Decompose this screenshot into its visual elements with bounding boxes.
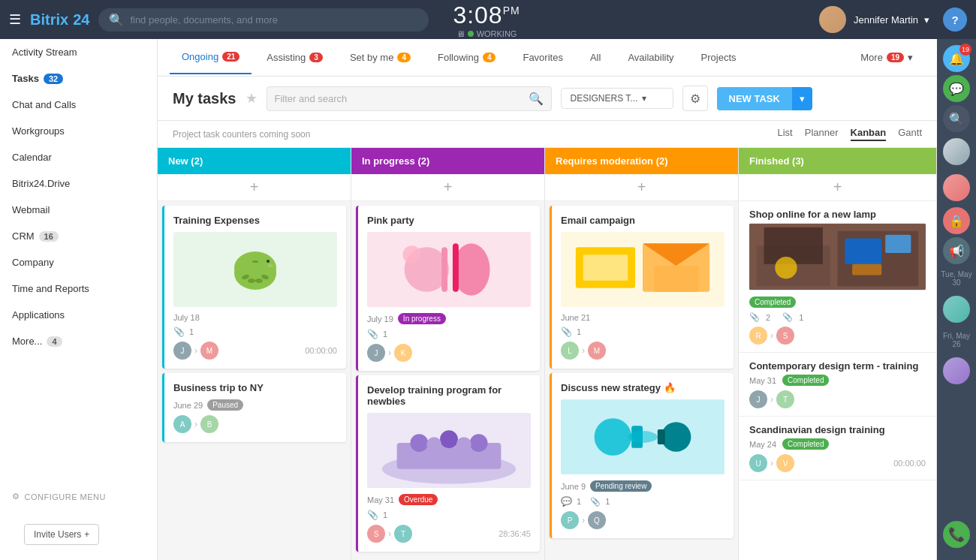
sidebar-item-label: Tasks — [12, 73, 39, 84]
tab-more[interactable]: More 19 ▾ — [848, 41, 925, 74]
avatar: M — [588, 342, 606, 360]
chevron-icon: › — [582, 345, 585, 356]
sidebar: Activity Stream Tasks 32 Chat and Calls … — [0, 39, 158, 560]
sidebar-item-label: Time and Reports — [12, 283, 89, 294]
sidebar-item-company[interactable]: Company — [0, 249, 157, 275]
sidebar-item-activity[interactable]: Activity Stream — [0, 39, 157, 65]
card-email-campaign[interactable]: Email campaign — [550, 206, 734, 369]
sidebar-item-applications[interactable]: Applications — [0, 302, 157, 328]
sidebar-item-webmail[interactable]: Webmail — [0, 197, 157, 223]
filter-input[interactable] — [275, 93, 524, 104]
global-search[interactable]: 🔍 — [98, 8, 429, 32]
new-task-button[interactable]: NEW TASK — [717, 87, 792, 110]
search-icon[interactable]: 🔍 — [943, 105, 970, 132]
tab-assisting[interactable]: Assisting 3 — [255, 41, 335, 74]
user-avatar-4[interactable] — [943, 357, 970, 384]
gantt-view[interactable]: Gantt — [898, 127, 922, 141]
chevron-icon: › — [194, 419, 197, 429]
time-display: 3:08PM — [453, 2, 520, 29]
card-date: May 31 Overdue — [367, 494, 531, 505]
kanban-view[interactable]: Kanban — [851, 127, 887, 141]
call-button[interactable]: 📞 — [943, 521, 970, 548]
card-title: Pink party — [367, 215, 531, 226]
notifications-button[interactable]: 🔔 19 — [943, 45, 970, 72]
chevron-icon: › — [194, 345, 197, 356]
tab-favorites[interactable]: Favorites — [511, 41, 574, 74]
tab-setbyme[interactable]: Set by me 4 — [338, 41, 423, 74]
svg-point-2 — [261, 257, 273, 269]
card-meta: May 31 Completed — [749, 375, 926, 386]
sidebar-item-calendar[interactable]: Calendar — [0, 144, 157, 170]
main-layout: Activity Stream Tasks 32 Chat and Calls … — [0, 39, 976, 560]
add-card-moderation[interactable]: + — [545, 174, 738, 201]
chat-button[interactable]: 💬 — [943, 75, 970, 102]
column-new: New (2) + Training Expenses — [158, 148, 351, 560]
svg-point-36 — [628, 431, 658, 443]
card-develop-training[interactable]: Develop training program for newbies — [356, 375, 540, 552]
status-badge: Completed — [782, 375, 829, 386]
search-input[interactable] — [130, 14, 418, 26]
card-contemporary-design[interactable]: Contemporary design term - training May … — [739, 353, 936, 417]
card-pink-party[interactable]: Pink party July — [356, 206, 540, 371]
settings-button[interactable]: ⚙ — [682, 86, 708, 111]
card-discuss-strategy[interactable]: Discuss new strategy 🔥 — [550, 373, 734, 538]
tab-ongoing[interactable]: Ongoing 21 — [170, 41, 252, 74]
svg-rect-35 — [658, 429, 665, 444]
configure-label: Configure Menu — [25, 492, 106, 501]
card-image — [367, 232, 531, 307]
card-time: 00:00:00 — [305, 346, 337, 355]
invite-users-button[interactable]: Invite Users + — [24, 524, 99, 545]
column-header-inprogress: In progress (2) — [351, 148, 544, 174]
add-card-new[interactable]: + — [158, 174, 351, 201]
avatar: U — [749, 454, 767, 472]
chevron-down-icon: ▾ — [924, 14, 929, 26]
user-avatar-3[interactable] — [943, 296, 970, 323]
chevron-icon: › — [770, 394, 773, 405]
column-inprogress: In progress (2) + Pink party — [351, 148, 545, 560]
planner-view[interactable]: Planner — [805, 127, 839, 141]
sidebar-item-chat[interactable]: Chat and Calls — [0, 92, 157, 118]
user-avatar-2[interactable] — [943, 174, 970, 201]
clock: 3:08PM 🖥 WORKING — [453, 2, 520, 38]
card-scandinavian-design[interactable]: Scandinavian design training May 24 Comp… — [739, 417, 936, 480]
sidebar-item-tasks[interactable]: Tasks 32 — [0, 65, 157, 92]
add-card-inprogress[interactable]: + — [351, 174, 544, 201]
user-avatar-1[interactable] — [943, 138, 970, 165]
card-shop-lamp[interactable]: Shop online for a new lamp — [739, 201, 936, 353]
help-button[interactable]: ? — [943, 8, 967, 32]
setbyme-badge: 4 — [397, 53, 411, 62]
avatar: M — [200, 342, 218, 360]
tab-all[interactable]: All — [578, 41, 613, 74]
card-date: July 18 — [173, 313, 337, 322]
tab-projects[interactable]: Projects — [689, 41, 749, 74]
card-business-trip[interactable]: Business trip to NY June 29 Paused A › B — [162, 373, 346, 442]
card-meta: 📎1 — [561, 327, 724, 337]
favorite-star-icon[interactable]: ★ — [246, 90, 258, 107]
message-icon[interactable]: 📢 — [943, 237, 970, 264]
hamburger-icon[interactable]: ☰ — [9, 11, 21, 28]
tab-following[interactable]: Following 4 — [426, 41, 508, 74]
sidebar-item-more[interactable]: More... 4 — [0, 328, 157, 354]
configure-menu[interactable]: ⚙ Configure Menu — [0, 484, 157, 509]
card-training-expenses[interactable]: Training Expenses — [162, 206, 346, 369]
chevron-down-icon: ▾ — [908, 52, 913, 63]
tab-availability[interactable]: Availability — [616, 41, 685, 74]
chevron-icon: › — [388, 348, 391, 358]
new-task-dropdown-button[interactable]: ▾ — [792, 87, 812, 110]
sidebar-item-time[interactable]: Time and Reports — [0, 275, 157, 302]
avatar: K — [394, 344, 412, 362]
sidebar-item-crm[interactable]: CRM 16 — [0, 223, 157, 249]
sidebar-item-drive[interactable]: Bitrix24.Drive — [0, 170, 157, 197]
lock-icon[interactable]: 🔒 — [943, 207, 970, 234]
avatar: A — [173, 415, 191, 433]
avatar[interactable] — [819, 6, 846, 33]
list-view[interactable]: List — [777, 127, 792, 141]
filter-search[interactable]: 🔍 — [267, 86, 552, 111]
sidebar-item-workgroups[interactable]: Workgroups — [0, 118, 157, 144]
svg-point-7 — [267, 260, 270, 263]
group-selector[interactable]: DESIGNERS T... ▾ — [561, 88, 673, 109]
card-footer: J › M 00:00:00 — [173, 342, 337, 360]
crm-badge: 16 — [39, 231, 59, 242]
add-card-finished[interactable]: + — [739, 174, 936, 201]
user-menu[interactable]: Jennifer Martin ▾ — [854, 14, 929, 26]
